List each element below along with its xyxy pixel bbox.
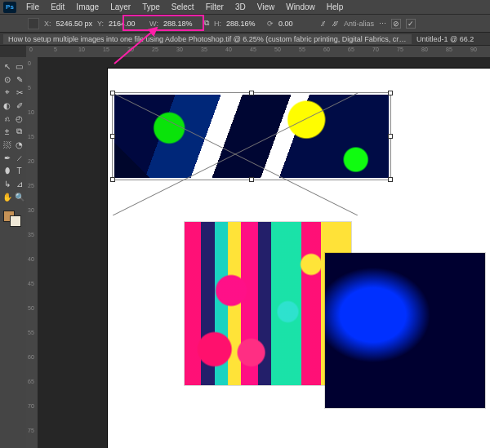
menu-window[interactable]: Window: [281, 1, 320, 13]
menu-edit[interactable]: Edit: [46, 1, 69, 13]
artboard[interactable]: [108, 69, 490, 448]
background-color[interactable]: [10, 215, 21, 227]
extra-tool[interactable]: 🔍: [14, 191, 25, 202]
options-bar: X: 5246.50 px Y: 2164.00 W: 288.18% ⧉ H:…: [0, 15, 490, 33]
heal-tool[interactable]: ◐: [2, 100, 13, 111]
history-brush-tool[interactable]: ◴: [14, 113, 25, 124]
placed-image-3[interactable]: [325, 253, 485, 408]
dodge-tool[interactable]: ◔: [14, 139, 25, 150]
handle-ne[interactable]: [388, 91, 393, 95]
placed-image-1[interactable]: [114, 95, 389, 178]
lasso-tool[interactable]: ⊙: [2, 73, 13, 85]
hand-tool[interactable]: ↳: [2, 178, 13, 189]
dots-icon[interactable]: ⋯: [379, 20, 386, 28]
ruler-horizontal: 0 5 10 15 20 25 30 35 40 45 50 55 60 65 …: [26, 46, 490, 57]
tab-label: Untitled-1 @ 66.2: [416, 35, 474, 43]
handle-w[interactable]: [110, 134, 115, 139]
handle-e[interactable]: [388, 134, 393, 139]
blur-tool[interactable]: ⛆: [2, 139, 13, 150]
brush-tool[interactable]: ✐: [14, 100, 25, 111]
transform-ref-icon[interactable]: [28, 18, 39, 29]
cancel-transform-button[interactable]: ⊘: [391, 19, 401, 29]
shape-tool[interactable]: T: [14, 165, 25, 176]
stamp-tool[interactable]: ⎌: [2, 113, 13, 124]
eyedropper-tool[interactable]: ✂: [14, 86, 25, 98]
path-tool[interactable]: ⬮: [2, 165, 13, 176]
handle-se[interactable]: [388, 177, 393, 182]
menu-type[interactable]: Type: [137, 1, 165, 13]
w-label: W:: [149, 20, 158, 28]
rotate-view-tool[interactable]: ⊿: [14, 178, 25, 189]
menu-filter[interactable]: Filter: [201, 1, 229, 13]
handle-sw[interactable]: [110, 177, 115, 182]
commit-transform-button[interactable]: ✓: [406, 19, 416, 29]
menu-select[interactable]: Select: [167, 1, 199, 13]
color-swatches[interactable]: [3, 211, 23, 230]
skew-h-icon[interactable]: ⫽: [319, 20, 327, 28]
menu-3d[interactable]: 3D: [230, 1, 251, 13]
y-value[interactable]: 2164.00: [109, 20, 145, 28]
menu-file[interactable]: File: [21, 1, 44, 13]
tab-document-1[interactable]: How to setup multiple images into one fi…: [3, 34, 412, 44]
y-label: Y:: [97, 20, 104, 28]
tab-document-2[interactable]: Untitled-1 @ 66.2: [412, 34, 479, 44]
link-icon[interactable]: ⧉: [204, 19, 209, 28]
menu-image[interactable]: Image: [71, 1, 104, 13]
eraser-tool[interactable]: ±: [2, 126, 13, 137]
tab-label: How to setup multiple images into one fi…: [8, 35, 412, 43]
menu-layer[interactable]: Layer: [105, 1, 136, 13]
x-value[interactable]: 5246.50 px: [56, 20, 93, 28]
handle-n[interactable]: [249, 91, 254, 95]
transform-bounding-box[interactable]: [112, 92, 391, 180]
canvas-area[interactable]: [38, 57, 490, 448]
handle-s[interactable]: [249, 177, 254, 182]
move-tool[interactable]: ↖: [2, 60, 13, 72]
rotate-label: ⟳: [267, 20, 274, 28]
gradient-tool[interactable]: ⧉: [14, 126, 25, 137]
type-tool[interactable]: ⟋: [14, 152, 25, 163]
rotate-value[interactable]: 0.00: [278, 20, 314, 28]
h-value[interactable]: 288.16%: [226, 20, 262, 28]
menu-help[interactable]: Help: [322, 1, 349, 13]
ruler-vertical: 0 5 10 15 20 25 30 35 40 45 50 55 60 65 …: [26, 57, 38, 448]
w-value[interactable]: 288.18%: [163, 20, 199, 28]
antialias-label: Anti-alias: [344, 20, 374, 28]
transform-diagonals: [113, 93, 358, 215]
skew-v-icon[interactable]: ⫻: [332, 20, 339, 28]
artboard-tool[interactable]: ▭: [14, 60, 25, 72]
handle-nw[interactable]: [110, 91, 115, 95]
menu-view[interactable]: View: [252, 1, 280, 13]
menubar: Ps File Edit Image Layer Type Select Fil…: [0, 0, 490, 15]
document-tabbar: How to setup multiple images into one fi…: [0, 33, 490, 46]
app-logo: Ps: [3, 2, 16, 13]
crop-tool[interactable]: ⌖: [2, 86, 13, 98]
x-label: X:: [44, 20, 51, 28]
toolbox: ↖▭ ⊙✎ ⌖✂ ◐✐ ⎌◴ ±⧉ ⛆◔ ✒⟋ ⬮T ↳⊿ ✋🔍: [0, 57, 26, 448]
magic-wand-tool[interactable]: ✎: [14, 73, 25, 85]
zoom-tool[interactable]: ✋: [2, 191, 13, 202]
h-label: H:: [214, 20, 221, 28]
pen-tool[interactable]: ✒: [2, 152, 13, 163]
